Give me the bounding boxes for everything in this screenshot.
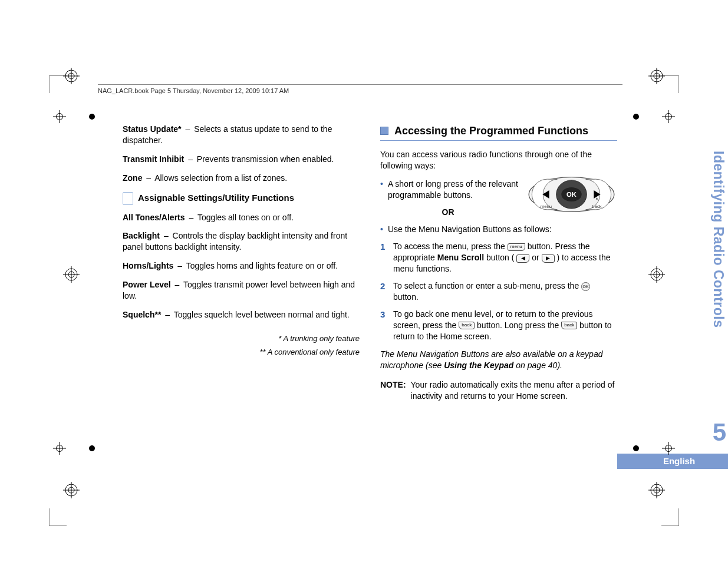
- menu-button-icon: menu: [508, 243, 525, 251]
- side-section-title: Identifying Radio Controls: [703, 151, 726, 357]
- term: All Tones/Alerts: [123, 213, 185, 222]
- desc: Toggles squelch level between normal and…: [174, 310, 350, 319]
- subheading-assignable: Assignable Settings/Utility Functions: [123, 192, 360, 205]
- home-back-button-icon: back: [561, 322, 577, 329]
- term: Transmit Inhibit: [123, 154, 184, 164]
- crop-corner-br: [661, 508, 679, 526]
- heading-text: Accessing the Programmed Functions: [394, 124, 588, 138]
- heading-rule: [380, 140, 617, 141]
- crop-corner-bl: [49, 508, 67, 526]
- step-number: 2: [380, 280, 387, 303]
- entry-power-level: Power Level – Toggles transmit power lev…: [123, 279, 360, 302]
- desc: Prevents transmission when enabled.: [197, 154, 334, 164]
- registration-mark-icon: [648, 68, 665, 84]
- print-dot-icon: [89, 445, 95, 451]
- term: Horns/Lights: [123, 261, 173, 270]
- step-text: To go back one menu level, or to return …: [393, 309, 617, 342]
- subheading-text: Assignable Settings/Utility Functions: [138, 192, 294, 204]
- entry-backlight: Backlight – Controls the display backlig…: [123, 230, 360, 253]
- content-columns: Status Update* – Selects a status update…: [123, 124, 618, 402]
- step-number: 3: [380, 309, 387, 342]
- footnote-2: ** A conventional only feature: [123, 347, 360, 358]
- heading-bullet-icon: [380, 127, 388, 135]
- bullet-dot-icon: •: [380, 178, 383, 201]
- print-dot-icon: [89, 114, 95, 120]
- footnotes: * A trunking only feature ** A conventio…: [123, 333, 360, 358]
- back-button-icon: back: [459, 322, 475, 329]
- language-tab: English: [617, 454, 728, 469]
- section-heading: Accessing the Programmed Functions: [380, 124, 617, 138]
- entry-transmit-inhibit: Transmit Inhibit – Prevents transmission…: [123, 154, 360, 165]
- or-separator: OR: [380, 207, 516, 218]
- manual-page: NAG_LACR.book Page 5 Thursday, November …: [55, 41, 673, 520]
- left-column: Status Update* – Selects a status update…: [123, 124, 360, 402]
- page-number: 5: [713, 418, 726, 447]
- scroll-left-icon: ◀: [516, 254, 529, 263]
- scroll-right-icon: ▶: [542, 254, 555, 263]
- bullet-dot-icon: •: [380, 224, 383, 236]
- crop-mark-icon: [662, 442, 675, 455]
- print-dot-icon: [633, 114, 639, 120]
- term: Zone: [123, 173, 142, 183]
- term: Squelch**: [123, 310, 161, 319]
- crop-mark-icon: [662, 110, 675, 123]
- step-1: 1 To access the menu, press the menu but…: [380, 241, 617, 275]
- section-icon: [123, 192, 133, 205]
- crop-mark-icon: [53, 110, 66, 123]
- auto-exit-note: NOTE: Your radio automatically exits the…: [380, 379, 617, 402]
- entry-zone: Zone – Allows selection from a list of z…: [123, 173, 360, 184]
- entry-horns-lights: Horns/Lights – Toggles horns and lights …: [123, 260, 360, 272]
- registration-mark-icon: [648, 266, 665, 283]
- bullet-menu-nav: • Use the Menu Navigation Buttons as fol…: [380, 224, 617, 236]
- desc: Toggles horns and lights feature on or o…: [186, 261, 338, 270]
- desc: Allows selection from a list of zones.: [154, 173, 287, 183]
- note-label: NOTE:: [380, 379, 406, 402]
- ok-button-icon: OK: [581, 282, 590, 291]
- step-2: 2 To select a function or enter a sub-me…: [380, 280, 617, 303]
- term: Backlight: [123, 231, 160, 240]
- print-dot-icon: [633, 445, 639, 451]
- entry-squelch: Squelch** – Toggles squelch level betwee…: [123, 309, 360, 320]
- registration-mark-icon: [63, 482, 80, 498]
- registration-mark-icon: [648, 482, 665, 498]
- step-number: 1: [380, 241, 387, 275]
- term: Status Update*: [123, 124, 182, 134]
- intro-text: You can access various radio functions t…: [380, 149, 617, 171]
- bullet-text: A short or long press of the relevant pr…: [388, 178, 522, 201]
- right-column: Accessing the Programmed Functions You c…: [380, 124, 617, 402]
- term: Power Level: [123, 280, 171, 289]
- bullet-text: Use the Menu Navigation Buttons as follo…: [388, 224, 617, 236]
- registration-mark-icon: [63, 68, 80, 84]
- entry-all-tones: All Tones/Alerts – Toggles all tones on …: [123, 212, 360, 223]
- svg-text:back: back: [592, 204, 601, 209]
- step-3: 3 To go back one menu level, or to retur…: [380, 309, 617, 342]
- navigation-buttons-illustration: OK menu back: [526, 174, 617, 218]
- note-text: Your radio automatically exits the menu …: [411, 379, 617, 402]
- step-text: To access the menu, press the menu butto…: [393, 241, 617, 275]
- svg-text:OK: OK: [566, 191, 577, 198]
- entry-status-update: Status Update* – Selects a status update…: [123, 124, 360, 146]
- keypad-note: The Menu Navigation Buttons are also ava…: [380, 349, 617, 371]
- registration-mark-icon: [63, 266, 80, 283]
- svg-text:menu: menu: [541, 204, 552, 209]
- book-header: NAG_LACR.book Page 5 Thursday, November …: [98, 84, 622, 94]
- footnote-1: * A trunking only feature: [123, 333, 360, 344]
- step-text: To select a function or enter a sub-menu…: [393, 280, 617, 303]
- bullet-short-press: • A short or long press of the relevant …: [380, 178, 522, 201]
- desc: Toggles all tones on or off.: [197, 213, 294, 222]
- crop-mark-icon: [53, 442, 66, 455]
